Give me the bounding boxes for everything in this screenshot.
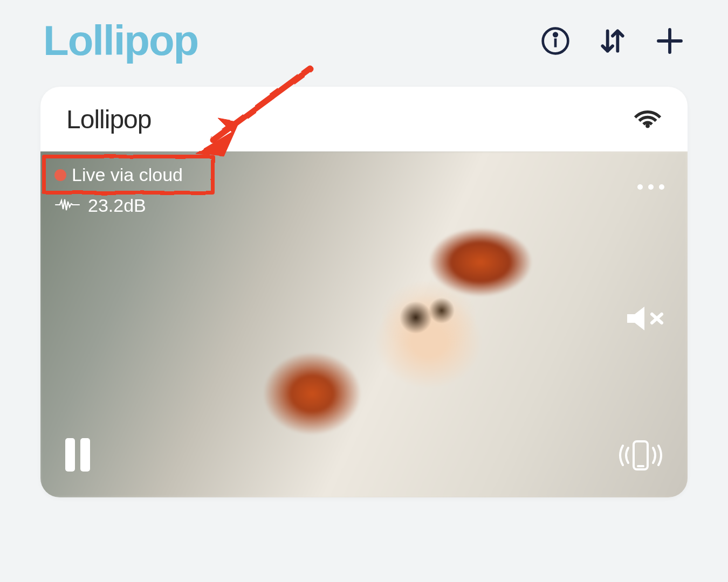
camera-card: Lollipop Live via cloud <box>40 87 688 497</box>
live-indicator-dot <box>54 169 66 181</box>
header-actions <box>540 26 685 56</box>
decibel-row: 23.2dB <box>50 195 187 216</box>
plus-icon[interactable] <box>655 26 685 56</box>
svg-point-9 <box>659 184 664 190</box>
mute-icon[interactable] <box>624 302 667 337</box>
pause-button[interactable] <box>63 437 92 475</box>
sort-icon[interactable] <box>597 26 628 56</box>
card-header: Lollipop <box>40 87 688 151</box>
svg-rect-12 <box>65 438 75 472</box>
svg-rect-13 <box>80 438 90 472</box>
camera-name: Lollipop <box>66 105 151 134</box>
live-status-row: Live via cloud <box>50 161 187 189</box>
info-icon[interactable] <box>540 26 571 56</box>
video-status-overlay: Live via cloud 23.2dB <box>50 161 187 216</box>
app-logo: Lollipop <box>43 16 198 65</box>
vibrate-icon[interactable] <box>616 438 665 475</box>
waveform-icon <box>54 197 80 214</box>
svg-point-2 <box>554 33 557 36</box>
video-feed[interactable]: Live via cloud 23.2dB <box>40 151 688 497</box>
svg-point-7 <box>637 184 643 190</box>
decibel-value: 23.2dB <box>88 195 146 216</box>
live-status-label: Live via cloud <box>72 164 183 185</box>
wifi-icon <box>634 104 662 134</box>
svg-point-8 <box>648 184 654 190</box>
more-options-icon[interactable] <box>636 183 666 193</box>
app-header: Lollipop <box>0 0 728 76</box>
